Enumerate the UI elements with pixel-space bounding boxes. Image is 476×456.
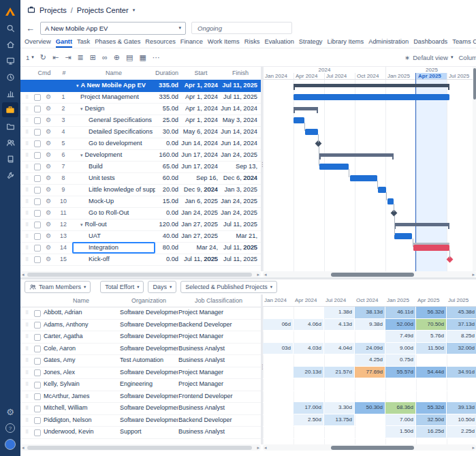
gear-icon[interactable]: ⚙: [2, 404, 18, 419]
tab-phases-gates[interactable]: Phases & Gates: [95, 35, 140, 48]
filter-days[interactable]: Days▾: [148, 281, 176, 293]
search-icon[interactable]: [2, 20, 18, 35]
row-checkbox[interactable]: [34, 406, 41, 412]
gantt-row[interactable]: ⠿⚙14Integration80.0dMar 24, 2025Jul 11, …: [20, 242, 261, 254]
resource-row[interactable]: ⠿Jones, AlexSoftware DevelopmentProject …: [20, 367, 261, 380]
back-arrow-icon[interactable]: ←: [26, 24, 35, 33]
scrollbar-thumb[interactable]: [27, 446, 252, 450]
row-settings-icon[interactable]: ⚙: [46, 149, 54, 161]
drag-handle-icon[interactable]: ⠿: [22, 414, 31, 427]
row-settings-icon[interactable]: ⚙: [46, 161, 54, 172]
indent-icon[interactable]: ⇥: [65, 54, 71, 61]
monitor-icon[interactable]: [2, 53, 18, 68]
tab-dashboards[interactable]: Dashboards: [413, 35, 447, 48]
gantt-timeline-hscrollbar[interactable]: ◂ ▸: [263, 271, 476, 277]
gantt-vscrollbar[interactable]: [473, 67, 476, 271]
row-checkbox[interactable]: [34, 382, 41, 389]
users-icon[interactable]: [2, 135, 18, 150]
row-settings-icon[interactable]: ⚙: [46, 115, 54, 126]
row-checkbox[interactable]: [34, 245, 41, 252]
drag-handle-icon[interactable]: ⠿: [22, 354, 31, 367]
row-settings-icon[interactable]: ⚙: [46, 242, 54, 254]
row-settings-icon[interactable]: ⚙: [46, 91, 54, 103]
resource-row[interactable]: ⠿Piddigton, NelsonSoftware DevelopmentBa…: [20, 414, 261, 427]
gantt-row[interactable]: ⠿⚙6▾Development160.0dJun 17, 2024Jan 24,…: [20, 149, 261, 162]
summary-bar[interactable]: [319, 153, 394, 157]
resource-row[interactable]: ⠿Mitchell, WilliamSoftware DevelopmentBu…: [20, 402, 261, 415]
filter-total-effort[interactable]: Total Effort▾: [100, 281, 144, 293]
scroll-left-icon[interactable]: ◂: [22, 444, 25, 451]
resource-row[interactable]: ⠿Abbott, AdrianSoftware DevelopmentProje…: [20, 307, 261, 320]
row-settings-icon[interactable]: ⚙: [46, 196, 54, 207]
scroll-left-icon[interactable]: ◂: [264, 444, 267, 451]
drag-handle-icon[interactable]: ⠿: [22, 426, 31, 438]
scroll-right-icon[interactable]: ▸: [257, 444, 259, 451]
row-checkbox[interactable]: [34, 369, 41, 376]
drag-handle-icon[interactable]: ⠿: [22, 378, 31, 391]
resource-row[interactable]: ⠿Gates, AmyTest AutomationBusiness Analy…: [20, 354, 261, 367]
gantt-row[interactable]: ⠿⚙13UAT40.0dJan 27, 2025Mar 21, 2025: [20, 230, 261, 243]
columns-button[interactable]: Columns: [459, 54, 476, 61]
row-checkbox[interactable]: [34, 175, 41, 182]
row-settings-icon[interactable]: ⚙: [46, 103, 54, 115]
level-selector[interactable]: 1 ▾: [26, 54, 34, 61]
gantt-row[interactable]: ⠿⚙12▾Roll-out120.0dJan 27, 2025Jul 11, 2…: [20, 219, 261, 231]
avatar-icon[interactable]: [2, 437, 18, 452]
drag-handle-icon[interactable]: ⠿: [22, 149, 31, 161]
drag-handle-icon[interactable]: ⠿: [22, 331, 31, 343]
tab-task[interactable]: Task: [77, 35, 90, 48]
drag-handle-icon[interactable]: ⠿: [22, 242, 31, 254]
scroll-right-icon[interactable]: ▸: [472, 271, 475, 277]
resource-row[interactable]: ⠿Kelly, SylvainEngineeringProject Manage…: [20, 378, 261, 391]
resource-row[interactable]: ⠿Carter, AgathaSoftware DevelopmentProje…: [20, 331, 261, 344]
drag-handle-icon[interactable]: ⠿: [22, 172, 31, 184]
collapse-icon[interactable]: ▾: [80, 222, 83, 227]
drag-handle-icon[interactable]: ⠿: [22, 184, 31, 196]
expand-icon[interactable]: ⊞: [90, 54, 96, 61]
book-icon[interactable]: [2, 151, 18, 166]
scroll-left-icon[interactable]: ◂: [264, 271, 267, 277]
drag-handle-icon[interactable]: ⠿: [22, 103, 31, 115]
resources-table-hscrollbar[interactable]: ◂ ▸: [20, 444, 261, 451]
briefcase-icon[interactable]: [2, 102, 18, 117]
row-checkbox[interactable]: [34, 310, 41, 317]
gantt-row[interactable]: ▾A New Mobile App EV335.0dApr 1, 2024Jul…: [20, 80, 261, 92]
clock-icon[interactable]: [2, 70, 18, 85]
row-checkbox[interactable]: [34, 198, 41, 205]
drag-handle-icon[interactable]: ⠿: [22, 161, 31, 172]
task-bar[interactable]: [319, 164, 349, 170]
drag-handle-icon[interactable]: ⠿: [22, 343, 31, 355]
row-checkbox[interactable]: [34, 187, 41, 194]
row-checkbox[interactable]: [34, 334, 41, 341]
drag-handle-icon[interactable]: ⠿: [22, 115, 31, 126]
resource-row[interactable]: ⠿Adams, AnthonySoftware DevelopmentBacke…: [20, 319, 261, 332]
refresh-icon[interactable]: ↻: [40, 54, 46, 61]
row-settings-icon[interactable]: ⚙: [46, 184, 54, 196]
add-icon[interactable]: ⊕: [114, 54, 120, 61]
resource-row[interactable]: ⠿Underwood, KevinSupportBusiness Analyst: [20, 426, 261, 439]
drag-handle-icon[interactable]: ⠿: [22, 219, 31, 230]
chart-icon[interactable]: [2, 86, 18, 101]
row-checkbox[interactable]: [34, 164, 41, 170]
tab-library-items[interactable]: Library Items: [327, 35, 364, 48]
column-header-organization[interactable]: Organization: [120, 297, 178, 304]
board-icon[interactable]: ▤: [126, 54, 133, 61]
gantt-row[interactable]: ⠿⚙1Project Management335.0dApr 1, 2024Ju…: [20, 91, 261, 104]
task-bar[interactable]: [413, 245, 449, 251]
column-header-[interactable]: #: [56, 70, 72, 76]
breadcrumb-caret-icon[interactable]: ▾: [133, 7, 136, 13]
tab-work-items[interactable]: Work Items: [208, 35, 240, 48]
gantt-row[interactable]: ⠿⚙9Little knowledge of suppl...20.0dDec …: [20, 184, 261, 196]
row-checkbox[interactable]: [34, 429, 41, 436]
scroll-left-icon[interactable]: ◂: [22, 271, 25, 277]
row-checkbox[interactable]: [34, 322, 41, 329]
folder-icon[interactable]: [2, 119, 18, 134]
tab-overview[interactable]: Overview: [25, 35, 51, 48]
column-header-finish[interactable]: Finish: [221, 70, 260, 76]
drag-handle-icon[interactable]: ⠿: [22, 307, 31, 319]
row-checkbox[interactable]: [34, 210, 41, 217]
app-logo[interactable]: [2, 4, 18, 19]
row-checkbox[interactable]: [34, 152, 41, 159]
filter-selected-published-projects[interactable]: Selected & Published Projects▾: [180, 281, 277, 293]
column-header-duration[interactable]: Duration: [153, 70, 181, 76]
